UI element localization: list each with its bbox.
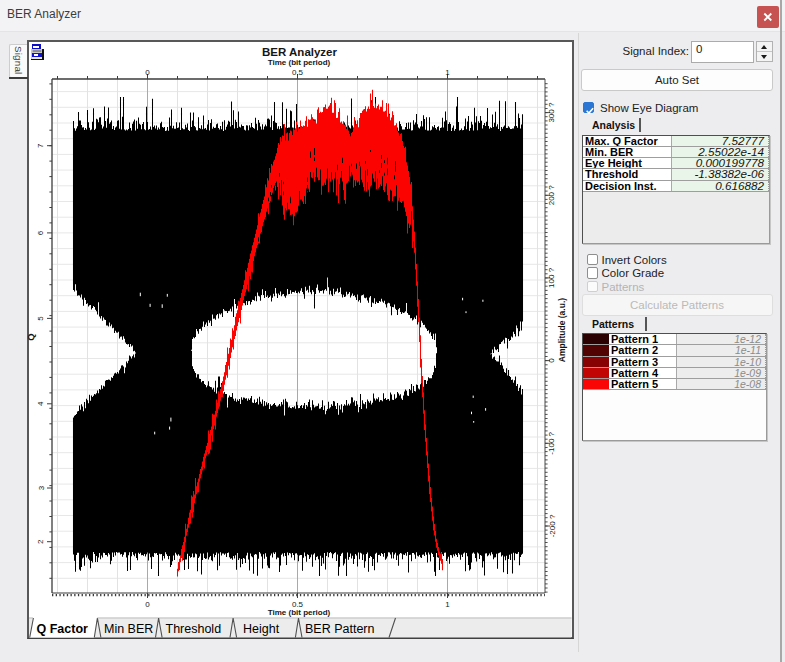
svg-text:Amplitude (a.u.): Amplitude (a.u.) [557,298,567,362]
svg-text:4: 4 [37,401,46,406]
svg-text:300 ?: 300 ? [548,102,557,123]
svg-text:200 ?: 200 ? [548,185,557,206]
svg-text:Q Factor: Q Factor [37,622,89,636]
svg-text:Threshold: Threshold [166,622,222,636]
svg-text:Time (bit period): Time (bit period) [268,58,331,67]
svg-text:5: 5 [37,316,46,321]
svg-text:0: 0 [145,600,150,609]
svg-text:7: 7 [37,143,46,148]
svg-text:0: 0 [145,68,150,77]
svg-text:-200 ?: -200 ? [548,514,557,537]
svg-text:0: 0 [548,358,557,363]
svg-text:1: 1 [445,600,450,609]
svg-text:BER Pattern: BER Pattern [305,622,375,636]
svg-text:Time (bit period): Time (bit period) [268,608,331,617]
svg-text:Q: Q [25,333,36,340]
svg-text:100 ?: 100 ? [548,267,557,288]
svg-text:Height: Height [243,622,280,636]
svg-text:-100 ?: -100 ? [548,431,557,454]
svg-text:1: 1 [445,68,450,77]
svg-text:2: 2 [37,539,46,544]
svg-text:BER Analyzer: BER Analyzer [262,46,338,58]
svg-text:0.5: 0.5 [292,68,304,77]
svg-text:Min BER: Min BER [104,622,153,636]
svg-text:6: 6 [37,230,46,235]
svg-text:3: 3 [37,485,46,490]
